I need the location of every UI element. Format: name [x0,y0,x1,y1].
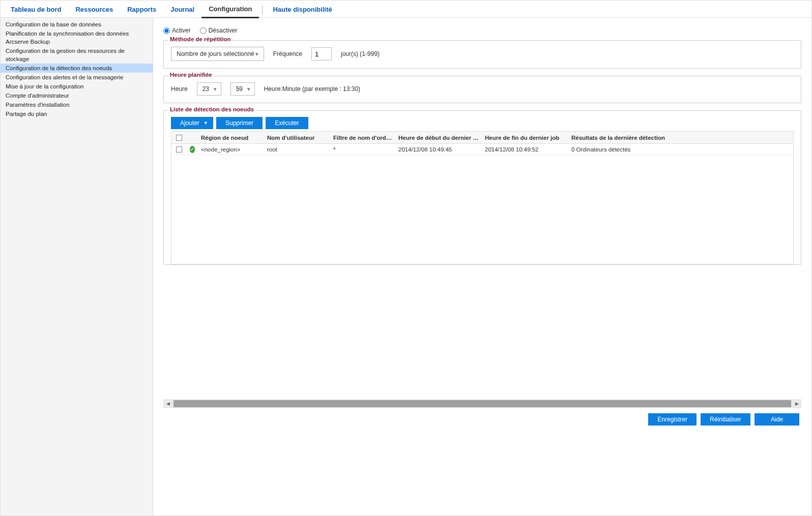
tab-configuration[interactable]: Configuration [201,2,259,18]
radio-activate-input[interactable] [163,27,170,34]
row-filter: * [330,146,395,153]
add-button-label: Ajouter [180,119,199,127]
schedule-hour-value: 23 [202,85,209,93]
detection-grid: Région de noeud Nom d'utilisateur Filtre… [171,131,794,264]
frequency-input[interactable] [311,47,332,60]
schedule-legend: Heure planifiée [168,72,214,78]
row-end: 2014/12/08 10:49:52 [482,146,568,153]
detection-list-legend: Liste de détection des noeuds [168,106,256,112]
detection-list-fieldset: Liste de détection des noeuds Ajouter ▼ … [163,110,801,265]
tab-dashboard[interactable]: Tableau de bord [4,3,68,17]
col-start[interactable]: Heure de début du dernier job [395,135,482,141]
chevron-down-icon: ▼ [254,51,259,57]
main-panel: Activer Désactiver Méthode de répétition… [153,18,811,515]
status-ok-icon: ✓ [190,146,195,153]
row-region: <node_region> [198,146,264,153]
reset-button[interactable]: Réinitialiser [701,413,750,426]
schedule-hint: Heure:Minute (par exemple : 13:30) [264,85,360,93]
tab-resources[interactable]: Ressources [68,3,120,17]
radio-activate-label: Activer [172,27,191,34]
schedule-label: Heure [171,85,188,93]
schedule-minute-value: 59 [236,85,243,93]
row-start: 2014/12/08 10:49:45 [395,146,482,153]
col-filter[interactable]: Filtre de nom d'ordinateur [330,135,395,141]
grid-body[interactable]: ✓ <node_region> root * 2014/12/08 10:49:… [171,144,793,264]
schedule-fieldset: Heure planifiée Heure 23 ▼ 59 ▼ Heure:Mi… [163,76,801,103]
col-region[interactable]: Région de noeud [198,135,264,141]
row-result: 0 Ordinateurs détectés [568,146,793,153]
row-user: root [264,146,330,153]
help-button[interactable]: Aide [755,413,799,426]
col-end[interactable]: Heure de fin du dernier job [482,135,568,141]
repeat-legend: Méthode de répétition [168,36,233,42]
radio-deactivate-input[interactable] [200,27,207,34]
tab-journal[interactable]: Journal [163,3,201,17]
row-checkbox[interactable] [176,146,182,153]
repeat-fieldset: Méthode de répétition Nombre de jours sé… [163,40,801,69]
tab-separator [262,6,263,15]
repeat-mode-value: Nombre de jours sélectionné [177,50,254,57]
chevron-down-icon: ▼ [204,120,208,126]
frequency-label: Fréquence [273,50,302,57]
sidebar-item-sync-plan[interactable]: Planification de la synchronisation des … [1,29,153,46]
chevron-down-icon: ▼ [213,86,218,92]
radio-deactivate-label: Désactiver [209,27,238,34]
schedule-minute-select[interactable]: 59 ▼ [230,82,255,96]
tab-high-availability[interactable]: Haute disponibilité [266,3,339,17]
sidebar-item-storage-config[interactable]: Configuration de la gestion des ressourc… [1,46,153,64]
radio-deactivate[interactable]: Désactiver [200,27,238,34]
tab-reports[interactable]: Rapports [120,3,163,17]
execute-button[interactable]: Exécuter [266,117,308,129]
grid-header: Région de noeud Nom d'utilisateur Filtre… [171,132,793,144]
frequency-unit: jour(s) (1-999) [341,50,380,57]
scroll-track[interactable] [173,400,791,407]
delete-button[interactable]: Supprimer [216,117,263,129]
horizontal-scrollbar[interactable]: ◀ ▶ [163,399,801,408]
add-button[interactable]: Ajouter ▼ [171,117,213,129]
save-button[interactable]: Enregistrer [648,413,697,426]
scroll-right-icon[interactable]: ▶ [792,399,801,408]
sidebar-item-install-params[interactable]: Paramètres d'installation [1,100,153,109]
activation-row: Activer Désactiver [163,27,801,34]
schedule-hour-select[interactable]: 23 ▼ [197,82,221,96]
sidebar-item-db-config[interactable]: Configuration de la base de données [1,20,153,29]
radio-activate[interactable]: Activer [163,27,191,34]
select-all-checkbox[interactable] [176,135,182,141]
scroll-left-icon[interactable]: ◀ [163,399,172,408]
top-tabs: Tableau de bord Ressources Rapports Jour… [1,1,811,18]
sidebar-item-plan-share[interactable]: Partage du plan [1,109,153,118]
repeat-mode-combo[interactable]: Nombre de jours sélectionné ▼ [171,47,264,61]
footer-buttons: Enregistrer Réinitialiser Aide [163,408,801,428]
chevron-down-icon: ▼ [246,86,251,92]
detection-toolbar: Ajouter ▼ Supprimer Exécuter [171,117,794,129]
table-row[interactable]: ✓ <node_region> root * 2014/12/08 10:49:… [171,144,793,155]
sidebar-item-alerts-config[interactable]: Configuration des alertes et de la messa… [1,73,153,82]
sidebar-item-admin-account[interactable]: Compte d'administrateur [1,91,153,100]
config-sidebar: Configuration de la base de données Plan… [1,18,153,515]
sidebar-item-node-detect[interactable]: Configuration de la détection des noeuds [1,64,153,73]
sidebar-item-config-update[interactable]: Mise à jour de la configuration [1,82,153,91]
col-result[interactable]: Résultats de la dernière détection [568,135,793,141]
col-user[interactable]: Nom d'utilisateur [264,135,330,141]
